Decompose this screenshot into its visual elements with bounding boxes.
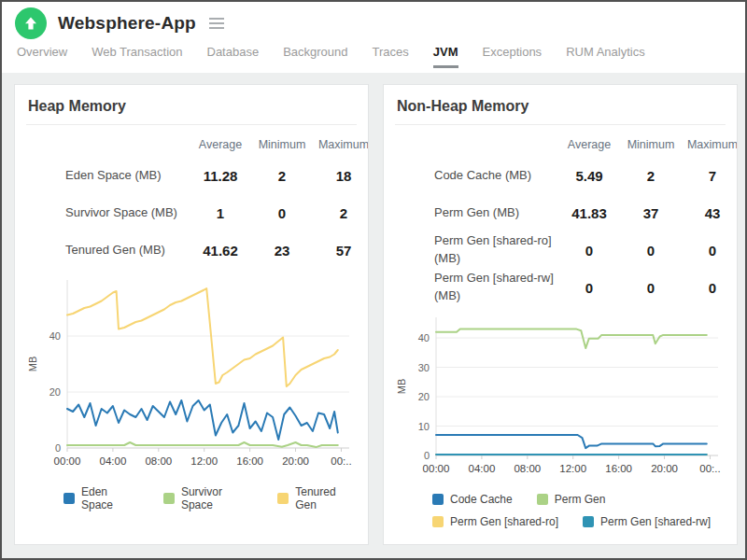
row-minimum: 2 <box>251 168 313 184</box>
heap-memory-chart[interactable]: 0204000:0004:0008:0012:0016:0020:0000:..… <box>26 274 357 474</box>
heap-memory-panel: Heap Memory Average Minimum Maximum Eden… <box>14 84 369 545</box>
row-label: Perm Gen (MB) <box>395 204 558 222</box>
arrow-up-icon <box>23 16 38 31</box>
row-average: 0 <box>558 280 620 296</box>
row-maximum: 57 <box>313 243 369 259</box>
row-average: 5.49 <box>558 168 620 184</box>
legend-label: Perm Gen <box>555 493 606 506</box>
row-label: Perm Gen [shared-rw] (MB) <box>395 270 558 305</box>
row-label: Eden Space (MB) <box>26 167 190 185</box>
svg-text:20: 20 <box>49 386 61 398</box>
legend-item-tenured-gen[interactable]: Tenured Gen <box>277 485 357 511</box>
table-row: Perm Gen [shared-rw] (MB) 0 0 0 <box>395 269 738 306</box>
row-average: 41.83 <box>558 205 620 221</box>
perm-gen-swatch-icon <box>537 494 548 505</box>
svg-text:20: 20 <box>418 391 430 402</box>
tab-exceptions[interactable]: Exceptions <box>483 45 543 65</box>
row-label: Perm Gen [shared-ro] (MB) <box>395 232 558 268</box>
row-minimum: 37 <box>620 205 682 221</box>
tab-overview[interactable]: Overview <box>17 45 67 65</box>
row-minimum: 0 <box>620 243 682 259</box>
status-up-icon <box>15 7 47 39</box>
row-minimum: 0 <box>251 205 313 221</box>
tab-jvm[interactable]: JVM <box>433 45 458 68</box>
col-header-minimum: Minimum <box>620 138 682 151</box>
row-minimum: 0 <box>620 280 682 296</box>
app-title: Websphere-App <box>58 13 196 34</box>
row-minimum: 2 <box>620 168 682 184</box>
svg-text:00:00: 00:00 <box>423 463 450 474</box>
content-area: Heap Memory Average Minimum Maximum Eden… <box>2 73 745 558</box>
app-header: Websphere-App <box>2 2 745 45</box>
svg-text:20:00: 20:00 <box>282 455 309 467</box>
tenured-gen-swatch-icon <box>277 493 289 504</box>
tab-rum-analytics[interactable]: RUM Analytics <box>566 45 645 65</box>
table-row: Perm Gen (MB) 41.83 37 43 <box>395 194 738 231</box>
table-row: Survivor Space (MB) 1 0 2 <box>26 194 369 231</box>
svg-text:0: 0 <box>424 450 430 461</box>
table-row: Eden Space (MB) 11.28 2 18 <box>26 157 369 194</box>
tab-background[interactable]: Background <box>283 45 347 65</box>
legend-label: Code Cache <box>450 493 513 506</box>
row-average: 11.28 <box>190 168 251 184</box>
row-maximum: 43 <box>682 205 738 221</box>
svg-text:12:00: 12:00 <box>190 455 218 467</box>
col-header-average: Average <box>558 138 620 151</box>
non-heap-chart-legend: Code Cache Perm Gen Perm Gen [shared-ro] <box>432 493 726 528</box>
svg-text:08:00: 08:00 <box>514 463 541 474</box>
col-header-maximum: Maximum <box>682 138 738 151</box>
svg-text:00:00: 00:00 <box>54 455 81 467</box>
panel-divider <box>395 124 726 125</box>
perm-gen-shared-ro-swatch-icon <box>432 516 444 527</box>
svg-text:MB: MB <box>27 357 38 372</box>
legend-item-perm-gen-shared-ro[interactable]: Perm Gen [shared-ro] <box>432 515 558 528</box>
eden-space-swatch-icon <box>63 493 75 504</box>
legend-item-perm-gen-shared-rw[interactable]: Perm Gen [shared-rw] <box>583 515 711 528</box>
svg-text:00:..: 00:.. <box>331 455 351 467</box>
svg-text:0: 0 <box>55 442 61 454</box>
legend-item-eden-space[interactable]: Eden Space <box>63 485 139 511</box>
heap-chart-legend: Eden Space Survivor Space Tenured Gen <box>63 485 357 511</box>
heap-stats-table: Average Minimum Maximum Eden Space (MB) … <box>26 133 369 269</box>
legend-item-code-cache[interactable]: Code Cache <box>432 493 513 506</box>
tab-traces[interactable]: Traces <box>373 45 409 65</box>
col-header-maximum: Maximum <box>313 138 369 151</box>
row-maximum: 18 <box>313 168 369 184</box>
table-row: Perm Gen [shared-ro] (MB) 0 0 0 <box>395 231 738 269</box>
legend-label: Tenured Gen <box>295 485 357 511</box>
svg-text:12:00: 12:00 <box>559 463 586 474</box>
non-heap-stats-table: Average Minimum Maximum Code Cache (MB) … <box>395 133 738 306</box>
legend-item-perm-gen[interactable]: Perm Gen <box>537 493 606 506</box>
legend-label: Perm Gen [shared-rw] <box>600 515 711 528</box>
svg-text:04:00: 04:00 <box>469 463 496 474</box>
row-average: 1 <box>190 205 251 221</box>
non-heap-panel-title: Non-Heap Memory <box>397 98 726 115</box>
panel-divider <box>26 124 357 125</box>
tab-bar: Overview Web Transaction Database Backgr… <box>2 45 745 73</box>
app-window: Websphere-App Overview Web Transaction D… <box>0 0 747 560</box>
svg-text:40: 40 <box>49 330 61 342</box>
svg-text:08:00: 08:00 <box>145 455 172 467</box>
heap-panel-title: Heap Memory <box>28 98 357 115</box>
row-maximum: 2 <box>313 205 369 221</box>
tab-database[interactable]: Database <box>207 45 260 65</box>
hamburger-menu-icon[interactable] <box>205 14 228 33</box>
tab-web-transaction[interactable]: Web Transaction <box>92 45 182 65</box>
row-maximum: 0 <box>682 243 738 259</box>
table-header-row: Average Minimum Maximum <box>395 133 738 157</box>
table-header-row: Average Minimum Maximum <box>26 133 369 157</box>
svg-text:MB: MB <box>396 379 407 395</box>
col-header-average: Average <box>190 138 251 151</box>
svg-text:16:00: 16:00 <box>236 455 263 467</box>
legend-item-survivor-space[interactable]: Survivor Space <box>163 485 253 511</box>
row-minimum: 23 <box>251 243 313 259</box>
svg-text:16:00: 16:00 <box>605 463 632 474</box>
svg-text:30: 30 <box>418 362 430 373</box>
svg-text:00:..: 00:.. <box>699 463 720 474</box>
row-average: 0 <box>558 243 620 259</box>
svg-text:10: 10 <box>418 421 430 432</box>
non-heap-memory-chart[interactable]: 01020304000:0004:0008:0012:0016:0020:000… <box>395 312 726 482</box>
svg-text:40: 40 <box>418 332 430 343</box>
non-heap-memory-panel: Non-Heap Memory Average Minimum Maximum … <box>383 84 738 545</box>
perm-gen-shared-rw-swatch-icon <box>583 516 594 527</box>
